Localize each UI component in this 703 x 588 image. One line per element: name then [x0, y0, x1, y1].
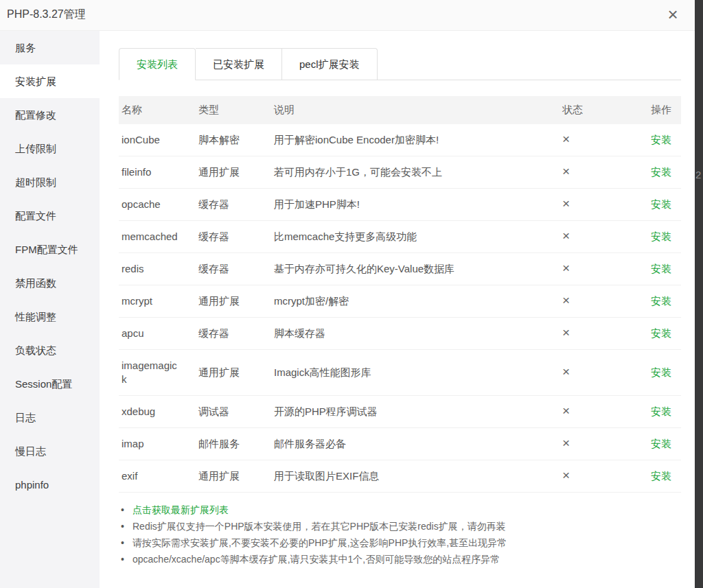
ext-name: memcached [122, 230, 178, 244]
sidebar: 服务 安装扩展 配置修改 上传限制 超时限制 配置文件 FPM配置文件 禁用函数… [0, 31, 100, 588]
bullet-icon: • [121, 551, 132, 567]
sidebar-item-config-edit[interactable]: 配置修改 [0, 98, 100, 132]
bullet-icon: • [121, 534, 132, 551]
table-row-fileinfo: fileinfo 通用扩展 若可用内存小于1G，可能会安装不上 × 安装 [119, 156, 681, 189]
dialog-header: PHP-8.3.27管理 × [0, 0, 695, 31]
install-link[interactable]: 安装 [651, 366, 671, 378]
note-item: •opcache/xcache/apc等脚本缓存扩展,请只安装其中1个,否则可能… [121, 551, 681, 567]
ext-desc: 脚本缓存器 [271, 318, 560, 350]
sidebar-item-config-file[interactable]: 配置文件 [0, 199, 100, 233]
sidebar-item-upload-limit[interactable]: 上传限制 [0, 132, 100, 165]
background-partial-text: 2 [695, 169, 701, 180]
ext-name: xdebug [122, 405, 155, 419]
table-row-ioncube: ionCube 脚本解密 用于解密ionCube Encoder加密脚本! × … [119, 124, 681, 156]
not-installed-icon: × [562, 261, 570, 275]
sidebar-item-slow-log[interactable]: 慢日志 [0, 434, 100, 468]
sidebar-item-log[interactable]: 日志 [0, 401, 100, 434]
table-row-imagemagick: imagemagick 通用扩展 Imagick高性能图形库 × 安装 [119, 350, 681, 396]
install-link[interactable]: 安装 [651, 470, 671, 482]
ext-desc: 用于加速PHP脚本! [271, 189, 560, 221]
ext-desc: 用于读取图片EXIF信息 [271, 460, 560, 493]
table-row-xdebug: xdebug 调试器 开源的PHP程序调试器 × 安装 [119, 396, 681, 428]
table-row-exif: exif 通用扩展 用于读取图片EXIF信息 × 安装 [119, 460, 681, 493]
ext-desc: 开源的PHP程序调试器 [271, 396, 560, 428]
sidebar-item-session-config[interactable]: Session配置 [0, 367, 100, 401]
ext-type: 缓存器 [196, 318, 271, 350]
ext-type: 调试器 [196, 396, 271, 428]
sidebar-item-performance-tuning[interactable]: 性能调整 [0, 300, 100, 333]
ext-desc: 邮件服务器必备 [271, 428, 560, 460]
ext-desc: mcrypt加密/解密 [271, 285, 560, 318]
ext-name: imap [122, 437, 144, 451]
table-row-opcache: opcache 缓存器 用于加速PHP脚本! × 安装 [119, 189, 681, 221]
ext-type: 脚本解密 [196, 124, 271, 156]
ext-name: imagemagick [122, 359, 181, 386]
install-link[interactable]: 安装 [651, 198, 671, 210]
note-item: •请按实际需求安装扩展,不要安装不必要的PHP扩展,这会影响PHP执行效率,甚至… [121, 534, 681, 551]
table-row-redis: redis 缓存器 基于内存亦可持久化的Key-Value数据库 × 安装 [119, 253, 681, 285]
table-row-memcached: memcached 缓存器 比memcache支持更多高级功能 × 安装 [119, 221, 681, 253]
ext-name: opcache [122, 198, 161, 211]
sidebar-item-phpinfo[interactable]: phpinfo [0, 468, 100, 502]
close-icon[interactable]: × [661, 3, 684, 26]
not-installed-icon: × [562, 293, 570, 307]
background-page-strip: 2 [695, 0, 703, 588]
col-header-status: 状态 [560, 96, 637, 124]
bullet-icon: • [121, 518, 132, 534]
col-header-name: 名称 [119, 96, 196, 124]
sidebar-item-load-status[interactable]: 负载状态 [0, 333, 100, 367]
install-link[interactable]: 安装 [651, 327, 671, 339]
ext-name: ionCube [122, 133, 160, 147]
tab-install-list[interactable]: 安装列表 [119, 48, 196, 80]
ext-type: 缓存器 [196, 189, 271, 221]
screen: 2 PHP-8.3.27管理 × 服务 安装扩展 配置修改 上传限制 超时限制 … [0, 0, 703, 588]
not-installed-icon: × [562, 436, 570, 450]
sidebar-item-timeout-limit[interactable]: 超时限制 [0, 165, 100, 199]
main-content: 安装列表 已安装扩展 pecl扩展安装 名称 类型 说明 状态 [100, 31, 695, 588]
refresh-extension-list-link[interactable]: •点击获取最新扩展列表 [121, 502, 681, 518]
not-installed-icon: × [562, 196, 570, 211]
ext-desc: 若可用内存小于1G，可能会安装不上 [271, 156, 560, 189]
sidebar-item-fpm-config-file[interactable]: FPM配置文件 [0, 233, 100, 266]
bullet-icon: • [121, 502, 132, 518]
ext-name: mcrypt [122, 294, 152, 308]
ext-name: exif [122, 469, 137, 483]
not-installed-icon: × [562, 403, 570, 418]
install-link[interactable]: 安装 [651, 134, 671, 145]
col-header-description: 说明 [271, 96, 560, 124]
ext-type: 通用扩展 [196, 156, 271, 189]
table-header-row: 名称 类型 说明 状态 操作 [119, 96, 681, 124]
ext-type: 缓存器 [196, 253, 271, 285]
not-installed-icon: × [562, 364, 570, 379]
ext-desc: 比memcache支持更多高级功能 [271, 221, 560, 253]
sidebar-item-install-extensions[interactable]: 安装扩展 [0, 64, 100, 98]
ext-name: apcu [122, 327, 144, 340]
sidebar-item-disabled-functions[interactable]: 禁用函数 [0, 266, 100, 300]
ext-desc: 基于内存亦可持久化的Key-Value数据库 [271, 253, 560, 285]
ext-name: redis [122, 262, 144, 276]
tab-pecl-install[interactable]: pecl扩展安装 [282, 48, 378, 80]
table-row-mcrypt: mcrypt 通用扩展 mcrypt加密/解密 × 安装 [119, 285, 681, 318]
install-link[interactable]: 安装 [651, 405, 671, 417]
col-header-action: 操作 [637, 96, 681, 124]
not-installed-icon: × [562, 132, 570, 146]
notes-list: •点击获取最新扩展列表 •Redis扩展仅支持一个PHP版本安装使用，若在其它P… [119, 502, 681, 567]
ext-type: 通用扩展 [196, 460, 271, 493]
note-item: •Redis扩展仅支持一个PHP版本安装使用，若在其它PHP版本已安装redis… [121, 518, 681, 534]
install-link[interactable]: 安装 [651, 263, 671, 274]
sidebar-item-service[interactable]: 服务 [0, 31, 100, 64]
tab-bar: 安装列表 已安装扩展 pecl扩展安装 [119, 48, 681, 80]
tab-installed-extensions[interactable]: 已安装扩展 [196, 48, 282, 80]
not-installed-icon: × [562, 325, 570, 340]
not-installed-icon: × [562, 228, 570, 243]
install-link[interactable]: 安装 [651, 231, 671, 242]
install-link[interactable]: 安装 [651, 295, 671, 307]
table-row-apcu: apcu 缓存器 脚本缓存器 × 安装 [119, 318, 681, 350]
extensions-table: 名称 类型 说明 状态 操作 ionCube 脚本解密 用于解密ionCube … [119, 96, 681, 493]
ext-type: 通用扩展 [196, 285, 271, 318]
install-link[interactable]: 安装 [651, 166, 671, 178]
ext-type: 邮件服务 [196, 428, 271, 460]
install-link[interactable]: 安装 [651, 438, 671, 449]
not-installed-icon: × [562, 164, 570, 178]
ext-name: fileinfo [122, 165, 151, 179]
